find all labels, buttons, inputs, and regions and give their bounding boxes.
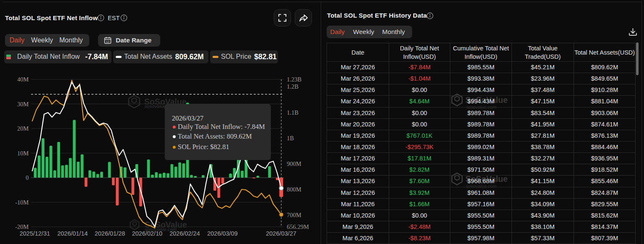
svg-text:2026/02/24: 2026/02/24 [169,230,200,237]
svg-text:12: 12 [106,40,109,44]
svg-text:-10M: -10M [15,199,29,206]
svg-text:40M: 40M [17,76,29,83]
svg-text:1.2B: 1.2B [287,83,299,90]
svg-text:2026/02/10: 2026/02/10 [132,230,163,237]
svg-text:2026/03/27: 2026/03/27 [266,230,296,237]
svg-text:700M: 700M [287,212,301,218]
svg-text:2026/01/14: 2026/01/14 [57,230,88,237]
svg-text:1.23B: 1.23B [287,76,301,83]
svg-text:2026/01/28: 2026/01/28 [95,230,125,237]
svg-text:2026/03/09: 2026/03/09 [207,230,238,237]
svg-text:900M: 900M [287,160,301,167]
svg-text:20M: 20M [17,125,29,132]
svg-text:1B: 1B [287,135,294,142]
svg-text:1.1B: 1.1B [287,109,299,116]
svg-text:656.29M: 656.29M [287,223,309,230]
svg-text:800M: 800M [287,186,301,193]
svg-text:10M: 10M [17,150,29,157]
svg-text:0: 0 [26,174,29,181]
svg-text:-20M: -20M [15,223,29,230]
svg-text:2025/12/31: 2025/12/31 [20,230,50,237]
svg-text:30M: 30M [17,101,29,108]
